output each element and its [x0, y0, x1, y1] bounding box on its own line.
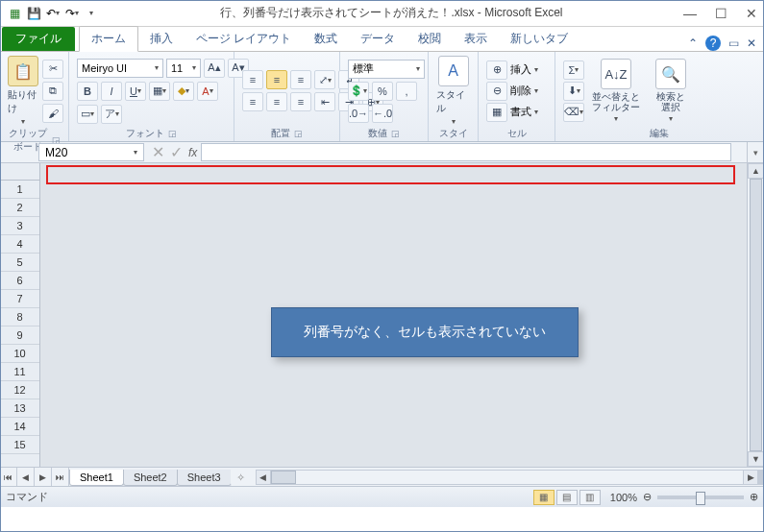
- border-button[interactable]: ▦▾: [149, 82, 170, 101]
- tab-page-layout[interactable]: ページ レイアウト: [185, 27, 303, 51]
- vscroll-thumb[interactable]: [750, 179, 762, 451]
- cell-grid[interactable]: 列番号がなく、セルも表示されていない: [40, 163, 747, 467]
- maximize-button[interactable]: ☐: [714, 7, 727, 20]
- orientation-button[interactable]: ⤢▾: [314, 70, 335, 89]
- last-sheet-icon[interactable]: ⏭: [52, 468, 69, 486]
- hscroll-thumb[interactable]: [271, 471, 296, 484]
- borders-bottom-button[interactable]: ▭▾: [77, 105, 98, 124]
- fill-button[interactable]: ⬇▾: [563, 82, 584, 101]
- tab-new[interactable]: 新しいタブ: [499, 27, 579, 51]
- row-header[interactable]: 15: [0, 436, 39, 454]
- enter-formula-icon[interactable]: ✓: [170, 143, 183, 161]
- select-all-corner[interactable]: [0, 163, 39, 181]
- expand-formula-bar-icon[interactable]: ▾: [747, 142, 764, 162]
- row-header[interactable]: 1: [0, 181, 39, 199]
- align-left-button[interactable]: ≡: [242, 92, 263, 111]
- help-icon[interactable]: ?: [705, 36, 721, 51]
- tab-formulas[interactable]: 数式: [303, 27, 349, 51]
- sheet-tab-3[interactable]: Sheet3: [177, 470, 232, 486]
- cut-button[interactable]: ✂: [42, 60, 63, 79]
- redo-icon[interactable]: ↷▾: [63, 5, 81, 22]
- copy-button[interactable]: ⧉: [42, 82, 63, 101]
- tab-data[interactable]: データ: [349, 27, 407, 51]
- format-painter-button[interactable]: 🖌: [42, 104, 63, 123]
- comma-button[interactable]: ,: [396, 82, 417, 101]
- font-launcher-icon[interactable]: ◲: [168, 129, 177, 138]
- number-format-combo[interactable]: 標準▾: [348, 60, 425, 79]
- row-header[interactable]: 4: [0, 235, 39, 254]
- scroll-down-icon[interactable]: ▼: [748, 451, 764, 467]
- font-name-combo[interactable]: Meiryo UI▾: [77, 59, 163, 78]
- row-header[interactable]: 5: [0, 254, 39, 272]
- align-launcher-icon[interactable]: ◲: [294, 129, 303, 138]
- next-sheet-icon[interactable]: ▶: [35, 468, 52, 486]
- cancel-formula-icon[interactable]: ✕: [152, 143, 164, 161]
- minimize-ribbon-icon[interactable]: ⌃: [688, 36, 698, 50]
- row-header[interactable]: 12: [0, 381, 39, 399]
- sheet-tab-2[interactable]: Sheet2: [123, 470, 178, 486]
- format-cells-button[interactable]: ▦書式▾: [486, 103, 538, 122]
- window-restore-icon[interactable]: ▭: [728, 36, 739, 50]
- row-header[interactable]: 13: [0, 399, 39, 418]
- autosum-button[interactable]: Σ▾: [563, 60, 584, 80]
- row-header[interactable]: 14: [0, 418, 39, 436]
- font-color-button[interactable]: A▾: [197, 82, 218, 101]
- align-bottom-button[interactable]: ≡: [290, 70, 311, 89]
- fill-color-button[interactable]: ◆▾: [173, 82, 194, 101]
- sheet-tab-1[interactable]: Sheet1: [69, 470, 124, 486]
- page-layout-view-button[interactable]: ▤: [556, 490, 578, 505]
- row-header[interactable]: 2: [0, 199, 39, 217]
- bold-button[interactable]: B: [77, 82, 98, 101]
- align-top-button[interactable]: ≡: [242, 70, 263, 89]
- currency-button[interactable]: 💲▾: [348, 82, 369, 101]
- formula-input[interactable]: [201, 143, 731, 161]
- first-sheet-icon[interactable]: ⏮: [0, 468, 17, 486]
- row-header[interactable]: 10: [0, 345, 39, 363]
- insert-cells-button[interactable]: ⊕挿入▾: [486, 60, 538, 80]
- align-right-button[interactable]: ≡: [290, 92, 311, 111]
- zoom-level[interactable]: 100%: [610, 492, 637, 503]
- align-middle-button[interactable]: ≡: [266, 70, 287, 89]
- clear-button[interactable]: ⌫▾: [563, 103, 584, 122]
- find-select-button[interactable]: 🔍 検索と 選択▾: [648, 56, 694, 126]
- zoom-out-button[interactable]: ⊖: [643, 491, 652, 503]
- fx-icon[interactable]: fx: [188, 146, 197, 159]
- scroll-up-icon[interactable]: ▲: [748, 163, 764, 179]
- save-icon[interactable]: 💾: [25, 5, 42, 22]
- new-sheet-icon[interactable]: ✧: [231, 470, 251, 486]
- phonetic-button[interactable]: ア▾: [101, 105, 122, 124]
- scroll-right-icon[interactable]: ▶: [743, 470, 758, 485]
- underline-button[interactable]: U▾: [125, 82, 146, 101]
- scroll-left-icon[interactable]: ◀: [256, 470, 271, 485]
- tab-insert[interactable]: 挿入: [138, 27, 185, 51]
- undo-icon[interactable]: ↶▾: [44, 5, 62, 22]
- zoom-in-button[interactable]: ⊕: [750, 491, 758, 503]
- row-header[interactable]: 8: [0, 308, 39, 326]
- prev-sheet-icon[interactable]: ◀: [17, 468, 35, 486]
- close-button[interactable]: ✕: [745, 7, 758, 20]
- row-header[interactable]: 7: [0, 290, 39, 308]
- row-header[interactable]: 6: [0, 272, 39, 290]
- delete-cells-button[interactable]: ⊖削除▾: [486, 82, 538, 101]
- increase-decimal-button[interactable]: .0→: [348, 104, 369, 123]
- name-box[interactable]: M20▾: [38, 143, 144, 161]
- normal-view-button[interactable]: ▦: [533, 490, 555, 505]
- qat-more-icon[interactable]: ▾: [83, 5, 100, 22]
- grow-font-button[interactable]: A▴: [204, 59, 225, 78]
- tab-view[interactable]: 表示: [453, 27, 499, 51]
- vertical-scrollbar[interactable]: ▲ ▼: [747, 163, 764, 467]
- tab-home[interactable]: ホーム: [79, 26, 138, 52]
- minimize-button[interactable]: —: [683, 7, 697, 20]
- horizontal-scrollbar[interactable]: ◀ ▶: [256, 468, 764, 486]
- sort-filter-button[interactable]: A↓Z 並べ替えと フィルター▾: [588, 56, 644, 126]
- decrease-indent-button[interactable]: ⇤: [314, 92, 335, 111]
- split-handle[interactable]: [758, 470, 764, 485]
- percent-button[interactable]: %: [372, 82, 393, 101]
- number-launcher-icon[interactable]: ◲: [391, 129, 400, 138]
- page-break-view-button[interactable]: ▥: [579, 490, 601, 505]
- tab-file[interactable]: ファイル: [2, 27, 75, 51]
- italic-button[interactable]: I: [101, 82, 122, 101]
- font-size-combo[interactable]: 11▾: [166, 59, 201, 78]
- row-header[interactable]: 3: [0, 217, 39, 235]
- row-header[interactable]: 9: [0, 326, 39, 345]
